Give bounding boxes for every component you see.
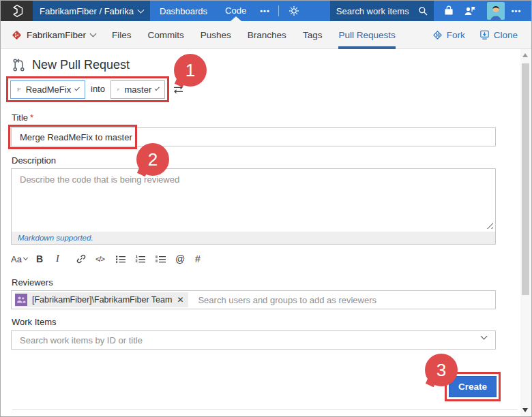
search-icon — [418, 6, 428, 16]
formatting-toolbar: Aa B I </> — [11, 253, 206, 264]
repo-actions: Fork Clone — [432, 29, 518, 41]
azure-devops-logo[interactable] — [1, 1, 33, 21]
chevron-down-icon — [155, 86, 160, 91]
team-icon — [15, 294, 27, 306]
callout-badge-3: 3 — [425, 354, 458, 386]
project-selector-label: FabrikamFiber / Fabrika... — [40, 6, 134, 16]
source-branch-dropdown[interactable]: ReadMeFix — [10, 80, 85, 99]
top-navigation-bar: FabrikamFiber / Fabrika... Dashboards Co… — [1, 1, 532, 21]
markdown-supported-link[interactable]: Markdown supported. — [18, 234, 93, 242]
repo-tabs: Files Commits Pushes Branches Tags Pull … — [112, 21, 396, 49]
numbered-list-icon — [135, 255, 146, 264]
work-item-reference-button[interactable]: # — [195, 253, 206, 264]
remove-reviewer-button[interactable]: ✕ — [177, 295, 183, 305]
account-overflow-button[interactable]: ••• — [512, 7, 522, 15]
scroll-down-arrow[interactable] — [522, 408, 528, 412]
font-format-dropdown[interactable]: Aa — [11, 254, 27, 264]
vertical-scrollbar[interactable] — [520, 49, 531, 417]
bottom-divider — [12, 410, 518, 410]
link-icon — [76, 253, 87, 264]
new-pull-request-page: FabrikamFiber / Fabrika... Dashboards Co… — [0, 0, 532, 417]
tab-tags[interactable]: Tags — [303, 21, 323, 49]
search-placeholder: Search work items — [336, 6, 409, 16]
work-items-field — [11, 330, 496, 350]
branch-icon — [17, 85, 21, 94]
target-branch-dropdown[interactable]: master — [110, 80, 165, 99]
task-list-icon — [155, 255, 166, 264]
fork-button[interactable]: Fork — [432, 29, 465, 41]
reviewers-label: Reviewers — [12, 277, 53, 288]
user-avatar[interactable] — [487, 2, 505, 20]
repository-navigation-bar: FabrikamFiber Files Commits Pushes Branc… — [1, 21, 532, 49]
nav-overflow-button[interactable]: ••• — [260, 7, 270, 15]
into-label: into — [91, 84, 105, 94]
description-label: Description — [12, 155, 56, 166]
description-footer: Markdown supported. — [12, 232, 495, 244]
source-branch-name: ReadMeFix — [26, 84, 71, 95]
branch-icon — [117, 85, 120, 94]
search-work-items-box[interactable]: Search work items — [330, 1, 434, 21]
devops-logo-icon — [10, 4, 24, 18]
fork-icon — [432, 29, 443, 41]
reviewers-placeholder: Search users and groups to add as review… — [198, 295, 376, 305]
reviewer-chip: [FabrikamFiber]\FabrikamFiber Team ✕ — [15, 292, 188, 307]
tab-pull-requests[interactable]: Pull Requests — [338, 21, 395, 49]
scroll-up-arrow[interactable] — [522, 53, 528, 57]
description-editor: Markdown supported. — [11, 168, 496, 245]
clone-icon — [479, 29, 490, 41]
pull-request-icon — [12, 58, 26, 72]
nav-item-code[interactable]: Code — [225, 1, 246, 21]
bullet-list-button[interactable] — [115, 255, 126, 264]
work-items-input[interactable] — [11, 330, 496, 350]
title-input[interactable] — [11, 127, 496, 146]
bold-button[interactable]: B — [36, 253, 47, 264]
settings-gear-icon[interactable] — [289, 5, 299, 16]
numbered-list-button[interactable] — [135, 255, 146, 264]
scrollbar-thumb[interactable] — [522, 63, 529, 295]
tab-pushes[interactable]: Pushes — [201, 21, 231, 49]
task-list-button[interactable] — [155, 255, 166, 264]
repository-name: FabrikamFiber — [27, 30, 86, 40]
chevron-down-icon — [23, 255, 28, 260]
reviewers-input[interactable]: [FabrikamFiber]\FabrikamFiber Team ✕ Sea… — [11, 290, 496, 309]
required-asterisk: * — [30, 112, 33, 123]
bullet-list-icon — [115, 255, 126, 264]
git-repository-icon — [12, 30, 22, 40]
clone-button[interactable]: Clone — [479, 29, 518, 41]
page-heading-row: New Pull Request — [12, 58, 130, 72]
create-button[interactable]: Create — [449, 376, 497, 397]
title-label: Title* — [12, 112, 33, 123]
chevron-down-icon — [90, 30, 97, 37]
tab-files[interactable]: Files — [112, 21, 132, 49]
description-textarea[interactable] — [12, 169, 495, 232]
mention-button[interactable]: @ — [175, 253, 186, 264]
feedback-person-icon[interactable] — [464, 5, 476, 16]
chevron-down-icon — [74, 86, 80, 91]
link-button[interactable] — [76, 253, 87, 264]
tab-commits[interactable]: Commits — [148, 21, 184, 49]
tab-branches[interactable]: Branches — [248, 21, 286, 49]
italic-button[interactable]: I — [56, 253, 67, 264]
callout-badge-2: 2 — [136, 143, 169, 176]
callout-badge-1: 1 — [174, 54, 207, 87]
code-button[interactable]: </> — [95, 255, 106, 263]
project-selector[interactable]: FabrikamFiber / Fabrika... — [33, 1, 150, 21]
target-branch-name: master — [125, 84, 152, 95]
topbar-divider — [278, 5, 279, 16]
work-items-label: Work Items — [12, 317, 57, 327]
page-title: New Pull Request — [32, 58, 130, 72]
reviewer-name: [FabrikamFiber]\FabrikamFiber Team — [32, 295, 172, 305]
repository-selector[interactable]: FabrikamFiber — [12, 30, 95, 40]
marketplace-bag-icon[interactable] — [443, 5, 454, 16]
chevron-down-icon — [138, 6, 145, 13]
nav-item-dashboards[interactable]: Dashboards — [160, 6, 207, 16]
